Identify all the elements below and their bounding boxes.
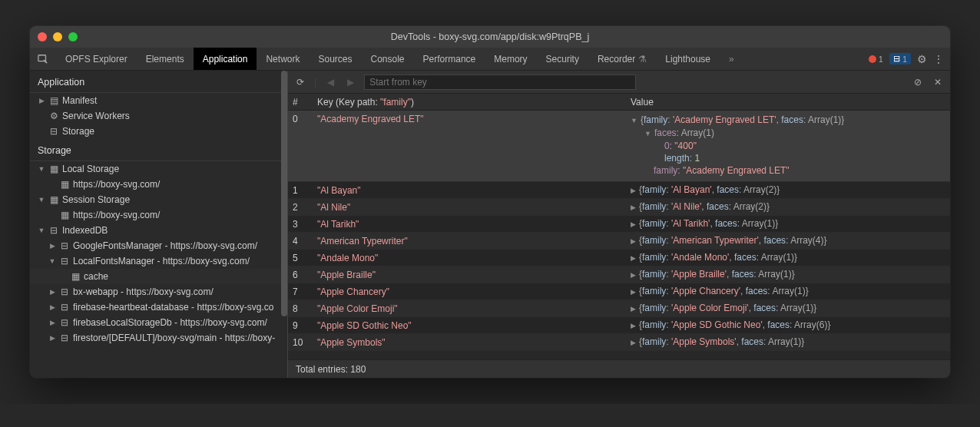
tab-lighthouse[interactable]: Lighthouse (656, 48, 720, 70)
database-icon: ⊟ (59, 333, 70, 343)
titlebar: DevTools - boxy-svg.com/app/disk:w9PtrqP… (30, 26, 950, 48)
tab-opfs[interactable]: OPFS Explorer (56, 48, 137, 70)
table-row[interactable]: 6"Apple Braille"▶{family: 'Apple Braille… (288, 266, 950, 283)
devtools-window: DevTools - boxy-svg.com/app/disk:w9PtrqP… (30, 26, 950, 378)
table-row[interactable]: 4"American Typewriter"▶{family: 'America… (288, 233, 950, 250)
idb-bxwebapp[interactable]: ▶⊟bx-webapp - https://boxy-svg.com/ (30, 284, 287, 300)
tabs-overflow[interactable]: » (720, 48, 743, 70)
database-icon: ⊟ (59, 317, 70, 328)
idb-localfonts[interactable]: ▼⊟LocalFontsManager - https://boxy-svg.c… (30, 253, 287, 269)
prev-page-button[interactable]: ◀ (324, 77, 336, 88)
tab-sources[interactable]: Sources (309, 48, 361, 70)
sidebar-vscroll[interactable] (281, 71, 287, 316)
idb-cache[interactable]: ▦cache (30, 269, 287, 284)
database-icon: ⊟ (48, 126, 59, 137)
table-row[interactable]: 0"Academy Engraved LET"▼{family: 'Academ… (288, 111, 950, 182)
sidebar-service-workers[interactable]: ⚙Service Workers (30, 108, 287, 124)
database-icon: ⊟ (48, 225, 59, 236)
idb-toolbar: ⟳ | ◀ ▶ ⊘ ✕ (288, 71, 950, 94)
tab-performance[interactable]: Performance (414, 48, 485, 70)
idb-firebase-heartbeat[interactable]: ▶⊟firebase-heartbeat-database - https://… (30, 300, 287, 315)
tab-security[interactable]: Security (537, 48, 588, 70)
table-row[interactable]: 10"Apple Symbols"▶{family: 'Apple Symbol… (288, 334, 950, 351)
table-row[interactable]: 3"Al Tarikh"▶{family: 'Al Tarikh', faces… (288, 216, 950, 233)
gear-icon: ⚙ (48, 111, 59, 121)
grid-icon: ▦ (48, 194, 59, 205)
col-value[interactable]: Value (626, 97, 950, 108)
grid-icon: ▦ (48, 164, 59, 174)
maximize-button[interactable] (68, 32, 78, 41)
start-key-input[interactable] (364, 74, 635, 90)
table-row[interactable]: 8"Apple Color Emoji"▶{family: 'Apple Col… (288, 300, 950, 317)
sidebar-storage[interactable]: ⊟Storage (30, 124, 287, 139)
database-icon: ⊟ (59, 256, 70, 266)
table-row[interactable]: 9"Apple SD Gothic Neo"▶{family: 'Apple S… (288, 317, 950, 334)
next-page-button[interactable]: ▶ (344, 77, 356, 88)
error-badge[interactable]: 1 (869, 55, 883, 64)
sidebar-local-origin[interactable]: ▦https://boxy-svg.com/ (30, 177, 287, 192)
info-badge[interactable]: ⊟1 (889, 53, 911, 65)
flask-icon: ⚗ (638, 54, 647, 65)
grid-icon: ▦ (59, 210, 70, 220)
tab-recorder[interactable]: Recorder ⚗ (588, 48, 656, 70)
more-icon[interactable]: ⋮ (933, 53, 942, 65)
section-application: Application (30, 71, 287, 93)
idb-firebase-local[interactable]: ▶⊟firebaseLocalStorageDb - https://boxy-… (30, 315, 287, 330)
sidebar-local-storage[interactable]: ▼▦Local Storage (30, 161, 287, 177)
window-title: DevTools - boxy-svg.com/app/disk:w9PtrqP… (30, 31, 950, 42)
grid-icon: ▦ (70, 271, 81, 282)
database-icon: ⊟ (59, 302, 70, 313)
close-button[interactable] (38, 32, 47, 41)
sidebar-indexeddb[interactable]: ▼⊟IndexedDB (30, 223, 287, 238)
col-key[interactable]: Key (Key path: "family") (313, 97, 626, 108)
file-icon: ▤ (48, 95, 59, 106)
minimize-button[interactable] (53, 32, 62, 41)
table-header: # Key (Key path: "family") Value (288, 94, 950, 111)
tab-application[interactable]: Application (194, 48, 257, 70)
table-row[interactable]: 7"Apple Chancery"▶{family: 'Apple Chance… (288, 283, 950, 300)
database-icon: ⊟ (59, 240, 70, 251)
grid-icon: ▦ (59, 179, 70, 190)
tab-bar: OPFS Explorer Elements Application Netwo… (30, 48, 950, 71)
database-icon: ⊟ (59, 286, 70, 297)
tab-elements[interactable]: Elements (137, 48, 194, 70)
settings-icon[interactable]: ⚙ (917, 53, 927, 65)
main-panel: ⟳ | ◀ ▶ ⊘ ✕ # Key (Key path: "family") V… (288, 71, 950, 378)
refresh-button[interactable]: ⟳ (294, 77, 306, 88)
tab-console[interactable]: Console (362, 48, 414, 70)
table-body: 0"Academy Engraved LET"▼{family: 'Academ… (288, 111, 950, 359)
sidebar-session-storage[interactable]: ▼▦Session Storage (30, 192, 287, 207)
table-row[interactable]: 5"Andale Mono"▶{family: 'Andale Mono', f… (288, 250, 950, 266)
idb-firestore[interactable]: ▶⊟firestore/[DEFAULT]/boxy-svg/main - ht… (30, 330, 287, 346)
section-storage: Storage (30, 139, 287, 161)
table-row[interactable]: 2"Al Nile"▶{family: 'Al Nile', faces: Ar… (288, 199, 950, 216)
idb-googlefonts[interactable]: ▶⊟GoogleFontsManager - https://boxy-svg.… (30, 238, 287, 253)
sidebar-session-origin[interactable]: ▦https://boxy-svg.com/ (30, 207, 287, 223)
sidebar-manifest[interactable]: ▶▤Manifest (30, 93, 287, 108)
clear-button[interactable]: ⊘ (912, 77, 924, 88)
sidebar-hscroll[interactable] (30, 370, 287, 378)
tab-memory[interactable]: Memory (485, 48, 536, 70)
col-index[interactable]: # (288, 97, 313, 108)
inspect-icon[interactable] (30, 54, 56, 65)
tab-network[interactable]: Network (257, 48, 309, 70)
status-bar: Total entries: 180 (288, 359, 950, 378)
sidebar: Application ▶▤Manifest ⚙Service Workers … (30, 71, 288, 378)
close-panel-button[interactable]: ✕ (932, 77, 944, 88)
traffic-lights (38, 32, 78, 41)
table-row[interactable]: 1"Al Bayan"▶{family: 'Al Bayan', faces: … (288, 182, 950, 199)
